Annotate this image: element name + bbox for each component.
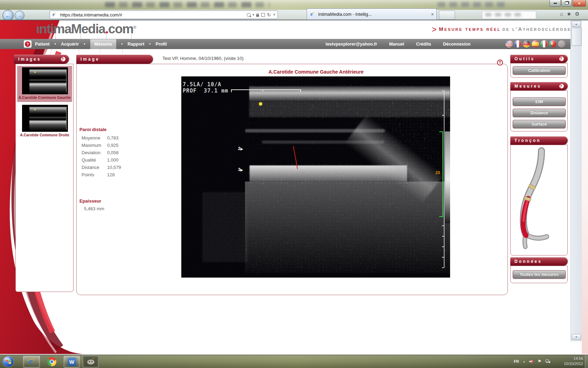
tab-close-icon[interactable]: ×: [431, 12, 434, 17]
url-text[interactable]: https://beta.intimamedia.com/#: [60, 12, 122, 18]
image-list-item-selected[interactable]: A.Carotide Commune Gauche: [17, 66, 72, 102]
ultrasound-thumbnail[interactable]: [22, 67, 68, 94]
browser-tab[interactable]: e IntimaMedia.com - Intellig... ×: [307, 8, 437, 20]
main-navigation-bar: ? Patient • Acquérir • Mesures • Rapport…: [0, 39, 588, 49]
marker-arrow-icon: ▶: [240, 147, 243, 151]
grayscale-wedge: [445, 131, 450, 223]
nav-item-acquerir[interactable]: Acquérir: [61, 42, 79, 47]
donnees-title: Données: [514, 259, 542, 264]
images-panel: A.Carotide Commune Gauche A.Carotide Com…: [15, 64, 74, 292]
measure-value: 1,000: [107, 157, 119, 165]
tab-title: IntimaMedia.com - Intellig...: [318, 12, 372, 17]
flag-it-icon[interactable]: [540, 40, 548, 48]
word-icon: W: [68, 357, 76, 366]
thumbnail-label[interactable]: A.Carotide Commune Droite: [17, 133, 72, 137]
nav-link-deconnexion[interactable]: Déconnexion: [443, 42, 471, 47]
start-button[interactable]: [2, 355, 15, 368]
internet-explorer-icon: e: [27, 357, 36, 366]
scrollbar-up-button[interactable]: ▲: [572, 21, 581, 27]
window-restore-button[interactable]: [561, 0, 572, 7]
image-help-button[interactable]: ?: [497, 60, 503, 66]
surface-button[interactable]: Surface: [513, 120, 566, 128]
green-depth-bracket[interactable]: [442, 131, 443, 217]
network-icon[interactable]: [545, 360, 550, 363]
favorites-star-icon[interactable]: ★: [567, 11, 571, 17]
taskbar-chrome-button[interactable]: [43, 356, 60, 368]
nav-help-button[interactable]: ?: [24, 40, 31, 48]
nav-item-rapport[interactable]: Rapport: [127, 42, 144, 47]
nav-divider: [55, 33, 56, 39]
vertical-scrollbar[interactable]: ▲ ▼: [570, 20, 582, 341]
scale-tick: [442, 225, 444, 226]
taskbar-gimp-button[interactable]: [83, 356, 99, 368]
nav-divider: [80, 33, 81, 39]
address-bar[interactable]: e https://beta.intimamedia.com/# ▾ ↻ ×: [50, 11, 278, 19]
troncon-panel-header: Tronçon: [510, 136, 568, 145]
flag-fr-icon[interactable]: [514, 40, 522, 48]
language-indicator[interactable]: FR: [514, 359, 519, 363]
volume-muted-icon[interactable]: [529, 359, 534, 364]
thumbnail-scale-line: [66, 69, 66, 92]
ultrasound-image[interactable]: 7.5LA/ 10/A PROF 37.1 mm 2▶ 3▶ 20: [181, 76, 450, 278]
action-center-flag-icon[interactable]: ⚑: [538, 359, 541, 364]
nav-item-mesures-active[interactable]: Mesures: [90, 39, 117, 49]
marker-2: 2▶: [238, 146, 243, 151]
help-icon: ?: [61, 57, 65, 62]
taskbar-ie-button[interactable]: e: [23, 356, 40, 368]
clock[interactable]: 14:56 10/10/2012: [554, 356, 583, 367]
eim-button[interactable]: EIM: [513, 97, 566, 106]
image-list-item[interactable]: A.Carotide Commune Droite: [17, 103, 72, 139]
nav-divider: [79, 49, 79, 53]
measure-label: Moyenne: [82, 135, 107, 143]
calibration-button[interactable]: Calibration: [513, 66, 566, 75]
ultrasound-thumbnail[interactable]: [22, 105, 68, 132]
help-icon: ?: [560, 84, 564, 89]
window-titlebar[interactable]: ×: [0, 0, 588, 10]
window-minimize-button[interactable]: [550, 0, 561, 7]
scrollbar-down-button[interactable]: ▼: [572, 334, 581, 340]
nav-link-manuel[interactable]: Manuel: [389, 42, 404, 47]
nav-link-credits[interactable]: Crédits: [416, 42, 431, 47]
nav-item-profil[interactable]: Profil: [156, 42, 167, 47]
compatibility-view-icon[interactable]: [261, 13, 265, 17]
toutes-les-mesures-button[interactable]: Toutes les mesures: [513, 270, 566, 279]
measure-label: Qualité: [82, 157, 107, 165]
ultrasound-title: A.Carotide Commune Gauche Antérieure: [182, 69, 450, 75]
mesures-panel: EIM Distance Surface: [510, 90, 568, 131]
yellow-marker-dot[interactable]: [259, 102, 262, 105]
mesures-help-button[interactable]: ?: [559, 83, 565, 89]
tagline-red: Mesure temps réel: [439, 26, 501, 32]
home-icon[interactable]: ⌂: [560, 11, 563, 17]
artery-diagram[interactable]: [512, 146, 567, 254]
flag-us-icon[interactable]: [505, 40, 513, 48]
forward-button[interactable]: →: [15, 11, 24, 20]
tray-expand-icon[interactable]: ▲: [523, 360, 525, 363]
thumbnail-label[interactable]: A.Carotide Commune Gauche: [17, 95, 72, 100]
images-help-button[interactable]: ?: [60, 56, 66, 62]
show-desktop-button[interactable]: [585, 355, 588, 368]
site-logo[interactable]: intimaMedia.com®: [36, 22, 136, 36]
search-box-blur: [485, 13, 524, 16]
flag-de-icon[interactable]: [523, 40, 530, 48]
nav-item-patient[interactable]: Patient: [35, 42, 50, 47]
flag-es-icon[interactable]: [532, 40, 539, 48]
window-close-button[interactable]: ×: [573, 0, 586, 7]
measure-label: Deviation: [82, 150, 107, 157]
outils-help-button[interactable]: ?: [559, 56, 565, 62]
flag-pt-icon[interactable]: [549, 40, 556, 48]
stop-icon[interactable]: ×: [273, 12, 275, 17]
search-icon[interactable]: [247, 13, 251, 17]
taskbar-word-button[interactable]: W: [64, 356, 80, 368]
tools-gear-icon[interactable]: ⚙: [575, 11, 580, 17]
distance-button[interactable]: Distance: [513, 109, 566, 117]
tagline-chevron-icon: >: [432, 25, 437, 34]
refresh-icon[interactable]: ↻: [267, 12, 271, 18]
search-caret-icon[interactable]: ▾: [253, 13, 254, 16]
thumbnail-scale-line: [66, 107, 66, 130]
background-search-box: [482, 11, 536, 19]
new-tab-button[interactable]: [439, 11, 455, 20]
scale-tick: [442, 267, 444, 268]
mesures-panel-header: Mesures ?: [510, 82, 568, 90]
flag-disabled-icon: [558, 40, 565, 48]
scrollbar-thumb[interactable]: [572, 28, 582, 46]
